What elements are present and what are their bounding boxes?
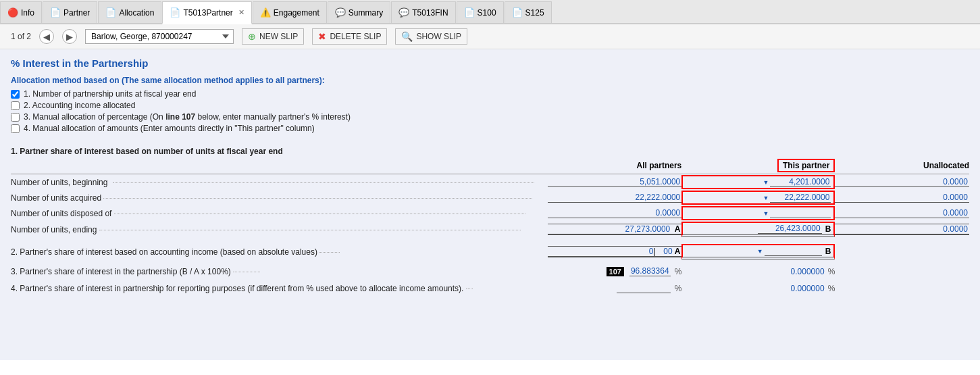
t5013fin-icon: 💬 — [398, 7, 409, 18]
all-units-beginning-value: 5,051.0000 — [640, 177, 680, 186]
unalloc-units-beginning: 0.0000 — [835, 174, 969, 191]
delete-slip-button[interactable]: ✖ DELETE SLIP — [312, 28, 387, 45]
partner-section4-cell: 0.000000 % — [681, 282, 835, 294]
tab-s100-label: S100 — [478, 8, 496, 18]
field-107-badge: 107 — [607, 267, 624, 276]
partner-beginning-dropdown[interactable]: ▼ — [763, 179, 769, 186]
partner-disposed-dropdown[interactable]: ▼ — [763, 210, 769, 217]
checkbox-2-label: 2. Accounting income allocated — [24, 101, 135, 110]
table-row-units-disposed: Number of units disposed of 0.0000 ▼ — [11, 205, 969, 221]
nav-next-button[interactable]: ▶ — [62, 29, 77, 44]
all-section4: % — [548, 282, 682, 294]
show-slip-label: SHOW SLIP — [416, 32, 461, 41]
all-section2: | A — [548, 243, 682, 260]
tab-partner[interactable]: 📄 Partner — [43, 1, 97, 23]
partner-section2-dropdown[interactable]: ▼ — [757, 248, 763, 255]
all-units-acquired-value: 22,222.0000 — [636, 193, 681, 202]
tab-t5013partner-label: T5013Partner — [183, 8, 232, 18]
partner-section3-cell: 0.000000 % — [681, 266, 835, 277]
partner-section4-value: 0.000000 — [791, 284, 825, 293]
all-units-ending-value: 27,273.0000 — [625, 224, 671, 234]
tab-s125[interactable]: 📄 S125 — [505, 1, 552, 23]
partner-acquired-dropdown[interactable]: ▼ — [763, 195, 769, 201]
table-row-units-beginning: Number of units, beginning 5,051.0000 ▼ — [11, 174, 969, 191]
tab-engagement[interactable]: ⚠️ Engagement — [253, 1, 327, 23]
allocation-doc-icon: 📄 — [105, 7, 116, 18]
tab-t5013partner[interactable]: 📄 T5013Partner ✕ — [162, 1, 251, 24]
tab-t5013fin-label: T5013FIN — [412, 8, 448, 18]
table-row-units-ending: Number of units, ending 27,273.0000 A B — [11, 221, 969, 238]
section4-all-percent: % — [675, 284, 682, 293]
all-section3: 107 96.883364 % — [548, 266, 682, 277]
label-units-ending: Number of units, ending — [11, 221, 548, 238]
table-row-units-acquired: Number of units acquired 22,222.0000 ▼ — [11, 190, 969, 205]
unalloc-units-disposed: 0.0000 — [835, 205, 969, 221]
partner-units-ending-cell: B — [681, 221, 835, 238]
section2-all-input-main[interactable] — [634, 247, 654, 256]
partner-disposed-input[interactable] — [770, 208, 831, 218]
s125-icon: 📄 — [512, 7, 523, 18]
partner-units-acquired-cell: ▼ — [681, 190, 835, 205]
nav-prev-button[interactable]: ◀ — [39, 29, 54, 44]
label-units-beginning: Number of units, beginning — [11, 174, 548, 191]
new-slip-button[interactable]: ⊕ NEW SLIP — [242, 28, 304, 45]
s100-icon: 📄 — [464, 7, 475, 18]
all-section3-value: 96.883364 — [631, 266, 669, 276]
partner-units-disposed-cell: ▼ — [681, 205, 835, 221]
partner-section3-value: 0.000000 — [791, 267, 825, 276]
col-partner-header: This partner — [681, 159, 835, 174]
section1-title: 1. Partner share of interest based on nu… — [11, 147, 283, 156]
tab-allocation-label: Allocation — [119, 8, 154, 18]
info-icon: 🔴 — [7, 7, 18, 18]
checkbox-2[interactable] — [11, 101, 20, 110]
main-table: 1. Partner share of interest based on nu… — [11, 143, 969, 294]
partner-select[interactable]: Barlow, George, 870000247 — [85, 29, 234, 44]
partner-units-beginning-cell: ▼ — [681, 174, 835, 191]
partner-acquired-input[interactable] — [770, 193, 831, 203]
tab-info-label: Info — [21, 8, 34, 18]
delete-slip-icon: ✖ — [318, 31, 326, 42]
checkbox-row-2: 2. Accounting income allocated — [11, 101, 969, 110]
unalloc-ending-value: 0.0000 — [943, 224, 968, 234]
partner-section2-input[interactable] — [765, 246, 822, 256]
tab-allocation[interactable]: 📄 Allocation — [98, 1, 161, 23]
label-section4: 4. Partner's share of interest in partne… — [11, 282, 548, 294]
partner-beginning-input[interactable] — [770, 177, 831, 187]
all-units-disposed: 0.0000 — [548, 205, 682, 221]
table-row-section4: 4. Partner's share of interest in partne… — [11, 282, 969, 294]
tab-summary[interactable]: 💬 Summary — [328, 1, 390, 23]
section2-all-input-decimal[interactable] — [656, 247, 673, 256]
tab-summary-label: Summary — [349, 8, 383, 18]
partner-section2-cell: ▼ B — [681, 243, 835, 260]
tab-t5013partner-close[interactable]: ✕ — [238, 8, 244, 17]
label-section3: 3. Partner's share of interest in the pa… — [11, 266, 548, 277]
table-row-section3: 3. Partner's share of interest in the pa… — [11, 266, 969, 277]
partner-ending-input[interactable] — [758, 224, 822, 234]
section3-all-percent: % — [675, 267, 682, 276]
show-slip-button[interactable]: 🔍 SHOW SLIP — [395, 28, 467, 45]
tab-info[interactable]: 🔴 Info — [0, 1, 42, 23]
tab-s100[interactable]: 📄 S100 — [457, 1, 504, 23]
section4-partner-percent: % — [828, 284, 835, 293]
section3-partner-percent: % — [828, 267, 835, 276]
checkbox-row-4: 4. Manual allocation of amounts (Enter a… — [11, 124, 969, 133]
section4-all-input[interactable] — [617, 283, 671, 293]
checkbox-4[interactable] — [11, 124, 20, 133]
all-units-acquired: 22,222.0000 — [548, 190, 682, 205]
col-header-row: All partners This partner Unallocated — [11, 159, 969, 174]
col-all-header: All partners — [548, 159, 682, 174]
section-title: % Interest in the Partnership — [11, 57, 969, 69]
tab-partner-label: Partner — [63, 8, 90, 18]
partner-doc-icon: 📄 — [50, 7, 61, 18]
unalloc-beginning-value: 0.0000 — [943, 177, 968, 186]
toolbar: 1 of 2 ◀ ▶ Barlow, George, 870000247 ⊕ N… — [0, 24, 980, 49]
checkbox-3[interactable] — [11, 113, 20, 122]
tab-t5013fin[interactable]: 💬 T5013FIN — [391, 1, 455, 23]
all-units-ending: 27,273.0000 A — [548, 221, 682, 238]
checkbox-row-1: 1. Number of partnership units at fiscal… — [11, 89, 969, 99]
all-units-beginning: 5,051.0000 — [548, 174, 682, 191]
checkbox-1[interactable] — [11, 90, 20, 99]
unalloc-units-ending: 0.0000 — [835, 221, 969, 238]
letter-a-ending: A — [675, 224, 681, 234]
checkbox-1-label: 1. Number of partnership units at fiscal… — [24, 89, 196, 99]
